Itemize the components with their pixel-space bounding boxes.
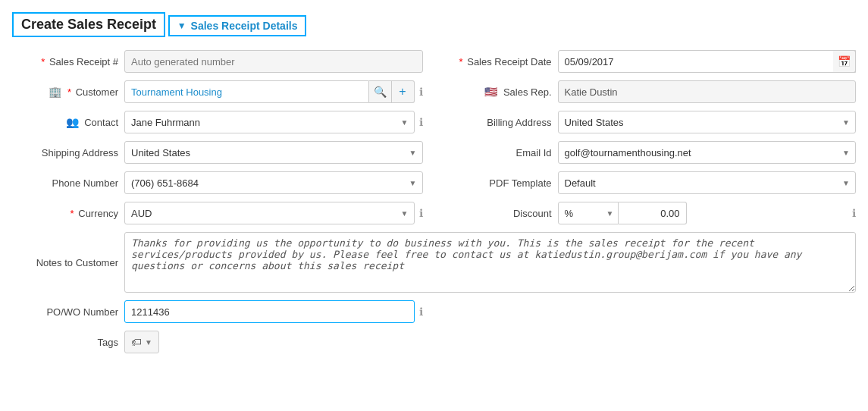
notes-label: Notes to Customer: [12, 257, 118, 268]
email-id-row: Email Id golf@tournamenthousing.net: [446, 141, 857, 164]
contact-row: 👥 Contact Jane Fuhrmann ℹ: [12, 111, 423, 133]
shipping-address-row: Shipping Address United States: [12, 141, 423, 164]
notes-textarea[interactable]: Thanks for providing us the opportunity …: [124, 232, 856, 293]
customer-icon: 🏢: [49, 86, 61, 98]
contact-info-icon[interactable]: ℹ: [419, 116, 423, 128]
pdf-template-select-wrapper: Default: [558, 171, 857, 194]
contact-select-wrapper: Jane Fuhrmann: [124, 111, 415, 133]
flag-icon: 🇺🇸: [484, 86, 497, 98]
sales-receipt-details-section[interactable]: ▼ Sales Receipt Details: [168, 15, 307, 36]
customer-input-group: 🔍 +: [124, 80, 415, 103]
phone-number-row: Phone Number (706) 651-8684: [12, 171, 423, 194]
add-icon: +: [399, 85, 406, 99]
sales-receipt-number-input[interactable]: [124, 50, 423, 73]
po-wo-info-icon[interactable]: ℹ: [419, 306, 423, 318]
tags-row: Tags 🏷 ▼: [12, 331, 423, 353]
discount-value-input[interactable]: [619, 202, 687, 224]
section-label: Sales Receipt Details: [191, 20, 298, 32]
search-icon: 🔍: [374, 86, 387, 98]
customer-row: 🏢 * Customer 🔍 + ℹ: [12, 80, 423, 103]
discount-info-icon[interactable]: ℹ: [852, 207, 856, 219]
tags-button[interactable]: 🏷 ▼: [124, 331, 159, 353]
pdf-template-select[interactable]: Default: [558, 171, 857, 194]
billing-address-label: Billing Address: [446, 117, 552, 128]
currency-info-icon[interactable]: ℹ: [419, 207, 423, 219]
currency-select[interactable]: AUD: [124, 202, 415, 224]
calendar-icon: 📅: [838, 55, 851, 67]
sales-receipt-date-input[interactable]: [558, 50, 857, 73]
tag-icon: 🏷: [131, 336, 142, 348]
pdf-template-row: PDF Template Default: [446, 171, 857, 194]
notes-row: Notes to Customer Thanks for providing u…: [12, 232, 856, 293]
po-wo-number-label: PO/WO Number: [12, 306, 118, 318]
customer-search-button[interactable]: 🔍: [369, 80, 392, 103]
contact-label: 👥 Contact: [12, 116, 118, 128]
customer-add-button[interactable]: +: [392, 80, 415, 103]
phone-number-label: Phone Number: [12, 177, 118, 189]
sales-receipt-number-row: * Sales Receipt #: [12, 50, 423, 73]
tags-wrapper: 🏷 ▼: [124, 331, 159, 353]
tags-chevron-icon: ▼: [145, 338, 152, 347]
currency-row: * Currency AUD ℹ: [12, 202, 423, 224]
currency-select-wrapper: AUD: [124, 202, 415, 224]
required-star: *: [41, 56, 45, 67]
calendar-button[interactable]: 📅: [833, 50, 856, 73]
shipping-address-select-wrapper: United States: [124, 141, 423, 164]
sales-receipt-date-wrapper: 📅: [558, 50, 857, 73]
tags-label: Tags: [12, 337, 118, 348]
customer-info-icon[interactable]: ℹ: [419, 86, 423, 98]
contact-icon: 👥: [66, 116, 79, 128]
customer-label: 🏢 * Customer: [12, 86, 118, 98]
required-star-currency: *: [71, 208, 74, 219]
required-star-customer: *: [67, 86, 71, 98]
phone-number-select[interactable]: (706) 651-8684: [124, 171, 423, 194]
currency-label: * Currency: [12, 208, 118, 219]
sales-receipt-date-label: * Sales Receipt Date: [446, 56, 552, 67]
billing-address-select-wrapper: United States: [558, 111, 857, 133]
sales-receipt-number-label: * Sales Receipt #: [12, 56, 118, 67]
billing-address-select[interactable]: United States: [558, 111, 857, 133]
sales-rep-input: [558, 80, 857, 103]
chevron-icon: ▼: [177, 20, 186, 31]
pdf-template-label: PDF Template: [446, 177, 552, 189]
email-id-select[interactable]: golf@tournamenthousing.net: [558, 141, 857, 164]
customer-input[interactable]: [124, 80, 369, 103]
page-title: Create Sales Receipt: [12, 12, 165, 37]
email-id-select-wrapper: golf@tournamenthousing.net: [558, 141, 857, 164]
discount-label: Discount: [446, 208, 552, 219]
shipping-address-select[interactable]: United States: [124, 141, 423, 164]
contact-select[interactable]: Jane Fuhrmann: [124, 111, 415, 133]
discount-type-select[interactable]: %: [558, 202, 619, 224]
email-id-label: Email Id: [446, 147, 552, 158]
discount-type-wrapper: %: [558, 202, 619, 224]
sales-receipt-date-row: * Sales Receipt Date 📅: [446, 50, 857, 73]
empty-row-right: [446, 300, 857, 323]
discount-group: %: [558, 202, 848, 224]
billing-address-row: Billing Address United States: [446, 111, 857, 133]
po-wo-number-input[interactable]: [124, 300, 415, 323]
po-wo-number-row: PO/WO Number ℹ: [12, 300, 423, 323]
phone-number-select-wrapper: (706) 651-8684: [124, 171, 423, 194]
shipping-address-label: Shipping Address: [12, 147, 118, 158]
sales-rep-row: 🇺🇸 Sales Rep.: [446, 80, 857, 103]
sales-rep-label: 🇺🇸 Sales Rep.: [446, 86, 552, 98]
discount-row: Discount % ℹ: [446, 202, 857, 224]
required-star-date: *: [459, 56, 463, 67]
